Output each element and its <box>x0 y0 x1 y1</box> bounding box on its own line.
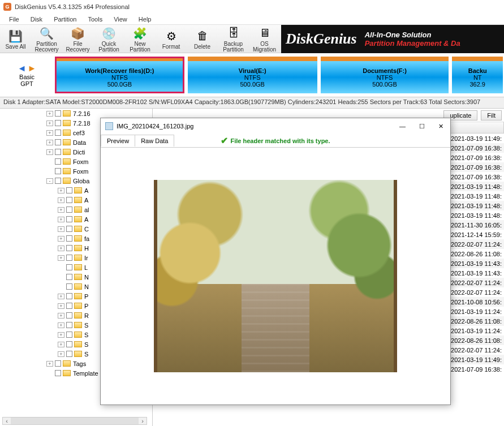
checkbox[interactable] <box>55 149 61 155</box>
disk-nav-arrows[interactable]: ◄ ► <box>18 63 37 74</box>
partition-work-recover-files--d--[interactable]: Work(Recover files)(D:)NTFS500.0GB <box>55 57 184 93</box>
menu-view[interactable]: View <box>108 15 133 24</box>
expand-icon[interactable]: + <box>58 207 64 213</box>
app-logo-icon: G <box>3 3 11 11</box>
checkbox[interactable] <box>66 245 72 251</box>
close-button[interactable]: ✕ <box>436 123 446 130</box>
scroll-left-icon[interactable]: ‹ <box>3 418 11 424</box>
maximize-button[interactable]: ☐ <box>417 123 427 130</box>
tab-preview[interactable]: Preview <box>101 135 135 147</box>
expand-icon[interactable]: + <box>58 294 64 299</box>
folder-icon <box>63 139 71 145</box>
partition-backu[interactable]: BackuNT362.9 <box>452 57 503 93</box>
checkbox[interactable] <box>66 322 72 328</box>
scroll-right-icon[interactable]: › <box>139 418 147 424</box>
format-icon: ⚙ <box>163 28 179 44</box>
folder-icon <box>63 120 71 126</box>
checkbox[interactable] <box>55 360 61 367</box>
toolbar-save-all[interactable]: 💾Save All <box>0 25 31 53</box>
menu-tools[interactable]: Tools <box>82 15 108 24</box>
partition-virual-e--[interactable]: Virual(E:)NTFS500.0GB <box>188 57 317 93</box>
checkbox[interactable] <box>66 226 72 232</box>
os migration-icon: 🖥 <box>257 25 273 41</box>
toolbar-os-migration[interactable]: 🖥OS Migration <box>249 25 280 53</box>
checkbox[interactable] <box>55 139 61 145</box>
expand-icon[interactable]: + <box>58 255 64 261</box>
checkbox[interactable] <box>66 255 72 261</box>
disk-partition-bar: ◄ ► Basic GPT Work(Recover files)(D:)NTF… <box>0 53 504 97</box>
expand-icon[interactable]: + <box>46 111 53 117</box>
checkbox[interactable] <box>66 332 72 338</box>
scrollbar-track[interactable] <box>11 418 139 424</box>
expand-icon[interactable]: + <box>46 140 53 145</box>
image-preview <box>154 180 397 372</box>
expand-icon[interactable]: + <box>46 149 53 155</box>
expand-icon[interactable]: + <box>58 188 64 193</box>
checkbox[interactable] <box>66 351 72 357</box>
arrow-left-icon[interactable]: ◄ <box>18 63 27 74</box>
save all-icon: 💾 <box>8 28 24 44</box>
filter-button[interactable]: Filt <box>481 110 502 121</box>
toolbar: 💾Save All🔍PartitionRecovery📦FileRecovery… <box>0 25 504 53</box>
toolbar-format[interactable]: ⚙Format <box>156 25 187 53</box>
header-match-message: ✔ File header matched with its type. <box>221 135 330 146</box>
tree-h-scrollbar[interactable]: ‹ › <box>2 417 147 425</box>
expand-icon[interactable]: + <box>58 246 64 251</box>
checkbox[interactable] <box>66 312 72 319</box>
checkbox[interactable] <box>66 264 72 270</box>
expand-icon[interactable]: + <box>46 121 53 126</box>
expand-icon[interactable]: + <box>58 217 64 222</box>
menu-partition[interactable]: Partition <box>48 15 82 24</box>
toolbar-delete[interactable]: 🗑Delete <box>187 25 218 53</box>
tree-node[interactable]: +7.2.16 <box>2 109 152 118</box>
toolbar-quick-partition[interactable]: 💿QuickPartition <box>93 25 124 53</box>
minimize-button[interactable]: — <box>397 123 408 130</box>
delete-icon: 🗑 <box>195 28 210 44</box>
expand-icon[interactable]: + <box>58 303 64 309</box>
expand-icon[interactable]: + <box>58 332 64 338</box>
checkbox[interactable] <box>66 274 72 280</box>
file-icon: 📦 <box>70 25 86 41</box>
menu-file[interactable]: File <box>3 15 25 24</box>
checkbox[interactable] <box>66 293 72 299</box>
checkbox[interactable] <box>55 130 61 136</box>
checkbox[interactable] <box>55 178 61 184</box>
checkbox[interactable] <box>66 303 72 309</box>
tab-raw-data[interactable]: Raw Data <box>135 135 174 147</box>
checkbox[interactable] <box>66 187 72 193</box>
expand-icon[interactable]: + <box>46 130 53 136</box>
checkbox[interactable] <box>66 341 72 347</box>
expand-icon[interactable]: + <box>58 322 64 328</box>
partition-documents-f--[interactable]: Documents(F:)NTFS500.0GB <box>321 57 449 93</box>
toolbar-backup-partition[interactable]: 🗄BackupPartition <box>218 25 249 53</box>
expand-icon[interactable]: + <box>58 197 64 203</box>
preview-titlebar[interactable]: IMG_20210424_161203.jpg — ☐ ✕ <box>101 118 450 134</box>
checkbox[interactable] <box>55 370 61 376</box>
expand-icon[interactable]: - <box>46 178 53 184</box>
menu-disk[interactable]: Disk <box>25 15 48 24</box>
expand-icon[interactable]: + <box>58 226 64 232</box>
checkbox[interactable] <box>66 197 72 203</box>
expand-icon[interactable]: + <box>58 342 64 347</box>
checkbox[interactable] <box>66 206 72 213</box>
folder-icon <box>74 255 82 261</box>
checkbox[interactable] <box>66 216 72 222</box>
expand-icon[interactable]: + <box>58 313 64 319</box>
checkbox[interactable] <box>55 158 61 165</box>
menu-help[interactable]: Help <box>133 15 157 24</box>
checkbox[interactable] <box>66 235 72 242</box>
toolbar-new-partition[interactable]: 🧩NewPartition <box>124 25 156 53</box>
checkbox[interactable] <box>55 110 61 117</box>
checkbox[interactable] <box>55 168 61 174</box>
preview-window: IMG_20210424_161203.jpg — ☐ ✕ Preview Ra… <box>100 118 451 405</box>
arrow-right-icon[interactable]: ► <box>28 63 37 74</box>
folder-icon <box>63 360 71 367</box>
expand-icon[interactable]: + <box>46 361 53 367</box>
expand-icon[interactable]: + <box>58 351 64 357</box>
toolbar-file-recovery[interactable]: 📦FileRecovery <box>62 25 93 53</box>
toolbar-partition-recovery[interactable]: 🔍PartitionRecovery <box>31 25 62 53</box>
preview-body <box>101 148 450 405</box>
expand-icon[interactable]: + <box>58 236 64 242</box>
checkbox[interactable] <box>55 120 61 126</box>
checkbox[interactable] <box>66 283 72 290</box>
